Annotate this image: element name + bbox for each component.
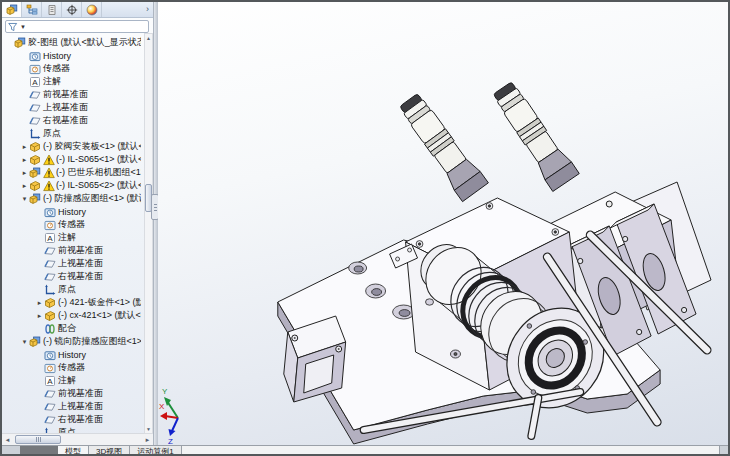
tree-filter-row: ▼ [2, 18, 153, 35]
tree-row[interactable]: A注解 [5, 75, 141, 88]
document-tab-1[interactable]: 模型 [58, 446, 89, 454]
tree-filter-input[interactable]: ▼ [5, 20, 149, 33]
origin-icon [44, 427, 56, 434]
tree-item-label: 传感器 [58, 218, 85, 231]
panel-tab-display-manager[interactable] [82, 2, 102, 17]
part-icon [29, 180, 41, 192]
tree-item-label: 右视基准面 [58, 270, 103, 283]
tree-row[interactable]: 右视基准面 [5, 413, 141, 426]
3d-viewport[interactable]: Y X Z [158, 2, 728, 445]
tree-item-label: 胶-图组 (默认<默认_显示状态-1>) [28, 36, 141, 49]
tree-row[interactable]: A注解 [5, 231, 141, 244]
tree-item-label: 传感器 [58, 361, 85, 374]
expand-arrow-icon[interactable]: ▸ [35, 298, 44, 307]
tree-item-label: (-) 胶阀安装板<1> (默认<<默认 [43, 140, 141, 153]
tree-row[interactable]: 右视基准面 [5, 114, 141, 127]
tree-row[interactable]: ▸(-) 421-钣金件<1> (默认<< [5, 296, 141, 309]
tree-row[interactable]: History [5, 205, 141, 218]
plane-icon [44, 414, 56, 426]
expand-arrow-icon[interactable]: ▸ [20, 181, 29, 190]
expand-arrow-icon[interactable]: ▾ [20, 194, 29, 203]
tree-item-label: 右视基准面 [43, 114, 88, 127]
assembly-icon [29, 336, 41, 348]
triad-x-label: X [159, 402, 165, 411]
tree-item-label: (-) cx-421<1> (默认<<默认 [58, 309, 141, 322]
tree-item-label: 注解 [58, 231, 76, 244]
tree-item-label: (-) IL-S065<2> (默认<<默认 [56, 179, 141, 192]
tree-row[interactable]: ▸(-) 胶阀安装板<1> (默认<<默认 [5, 140, 141, 153]
tree-item-label: (-) 421-钣金件<1> (默认<< [58, 296, 141, 309]
origin-icon [29, 128, 41, 140]
scroll-down-arrow-icon[interactable]: ▼ [145, 425, 152, 433]
scroll-left-arrow-icon[interactable]: ◄ [2, 435, 13, 445]
expand-arrow-icon[interactable]: ▸ [35, 311, 44, 320]
tree-vertical-scrollbar[interactable]: ▲ ▼ [144, 33, 153, 434]
document-tab-2[interactable]: 3D视图 [89, 446, 130, 454]
triad-y-label: Y [162, 387, 168, 396]
tree-horizontal-scrollbar[interactable]: ◄ ► [2, 433, 153, 445]
tree-row[interactable]: 上视基准面 [5, 400, 141, 413]
tree-item-label: 前视基准面 [58, 387, 103, 400]
tree-row[interactable]: ▸(-) 巴世乐相机图组<1> (默认 [5, 166, 141, 179]
scroll-right-arrow-icon[interactable]: ► [142, 435, 153, 445]
tree-row[interactable]: 前视基准面 [5, 387, 141, 400]
tree-row[interactable]: 原点 [5, 426, 141, 433]
annotation-icon: A [44, 232, 56, 244]
scroll-up-arrow-icon[interactable]: ▲ [145, 34, 152, 42]
tree-item-label: (-) 防撞感应图组<1> (默认<默认 [43, 192, 141, 205]
plane-icon [29, 102, 41, 114]
tree-row[interactable]: 原点 [5, 283, 141, 296]
tree-item-label: 传感器 [43, 62, 70, 75]
tree-row[interactable]: 前视基准面 [5, 88, 141, 101]
tree-row[interactable]: ▾(-) 镜向防撞感应图组<1> (默认< [5, 335, 141, 348]
horizontal-scroll-thumb[interactable] [15, 435, 61, 444]
panel-tab-feature-tree-manager[interactable] [22, 2, 42, 17]
plane-icon [44, 388, 56, 400]
assembly-icon [14, 37, 26, 49]
tab-overflow-chevron-icon[interactable]: › [142, 2, 153, 17]
tree-row[interactable]: 前视基准面 [5, 244, 141, 257]
tab-scroll-buttons[interactable] [20, 446, 58, 454]
sensor-icon [29, 63, 41, 75]
tree-row[interactable]: History [5, 348, 141, 361]
history-icon [44, 349, 56, 361]
tree-row[interactable]: ▾(-) 防撞感应图组<1> (默认<默认 [5, 192, 141, 205]
tree-item-label: 前视基准面 [58, 244, 103, 257]
funnel-icon [8, 22, 19, 32]
panel-tab-configuration-manager[interactable] [62, 2, 82, 17]
expand-arrow-icon[interactable]: ▸ [20, 155, 29, 164]
tree-item-label: (-) 巴世乐相机图组<1> (默认 [56, 166, 141, 179]
expand-arrow-icon[interactable]: ▸ [20, 142, 29, 151]
annotation-icon: A [44, 375, 56, 387]
tree-row[interactable]: 上视基准面 [5, 257, 141, 270]
tree-row[interactable]: 配合 [5, 322, 141, 335]
tree-row[interactable]: 传感器 [5, 218, 141, 231]
expand-arrow-icon[interactable]: ▸ [20, 168, 29, 177]
tree-row[interactable]: ▸(-) IL-S065<1> (默认<<默认 [5, 153, 141, 166]
tree-row[interactable]: 右视基准面 [5, 270, 141, 283]
horizontal-scroll-track[interactable] [13, 435, 142, 444]
tree-item-label: 注解 [43, 75, 61, 88]
expand-arrow-icon[interactable]: ▾ [20, 337, 29, 346]
document-tab-3[interactable]: 运动算例1 [130, 446, 181, 454]
plane-icon [44, 258, 56, 270]
tree-row[interactable]: History [5, 49, 141, 62]
tree-row[interactable]: 传感器 [5, 62, 141, 75]
tree-row[interactable]: ▸(-) cx-421<1> (默认<<默认 [5, 309, 141, 322]
panel-tab-property-manager[interactable] [42, 2, 62, 17]
panel-tab-assembly-manager[interactable] [2, 2, 22, 17]
cad-model[interactable]: Y X Z [158, 2, 728, 445]
tree-row[interactable]: 传感器 [5, 361, 141, 374]
plane-icon [44, 271, 56, 283]
tree-row[interactable]: ▸(-) IL-S065<2> (默认<<默认 [5, 179, 141, 192]
triad-z-label: Z [168, 437, 173, 445]
history-icon [29, 50, 41, 62]
filter-dropdown-caret-icon[interactable]: ▼ [20, 24, 26, 30]
tree-row[interactable]: 原点 [5, 127, 141, 140]
assembly-icon [29, 167, 41, 179]
part-icon [29, 141, 41, 153]
solidworks-window: › ▼ 胶-图组 (默认<默认_显示状态-1>)History传感器A注解前视基… [0, 0, 730, 456]
tree-row[interactable]: A注解 [5, 374, 141, 387]
tree-row[interactable]: 上视基准面 [5, 101, 141, 114]
tree-row[interactable]: 胶-图组 (默认<默认_显示状态-1>) [5, 36, 141, 49]
